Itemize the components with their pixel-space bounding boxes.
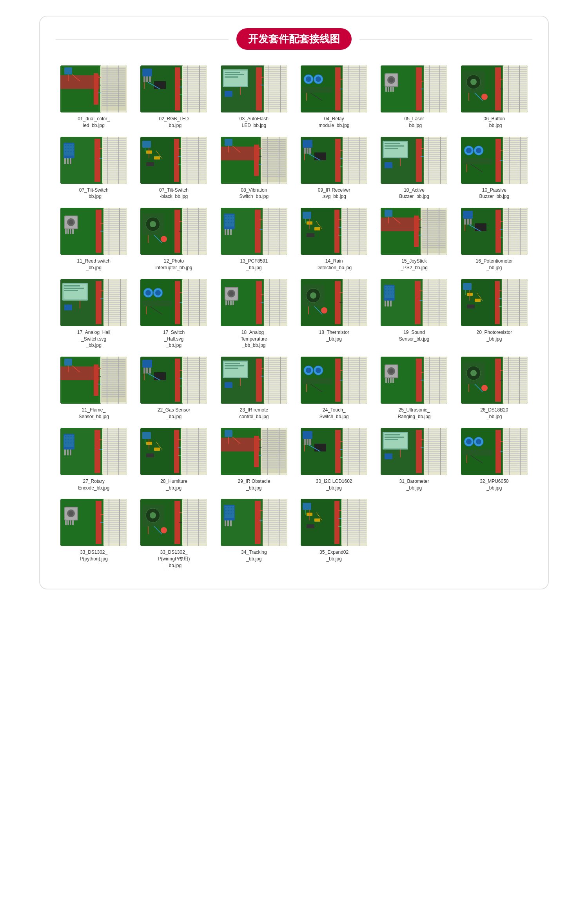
svg-rect-509 bbox=[187, 208, 188, 255]
svg-rect-656 bbox=[504, 241, 527, 241]
svg-rect-1184 bbox=[182, 467, 206, 468]
svg-rect-755 bbox=[265, 290, 287, 291]
circuit-image bbox=[60, 137, 127, 184]
items-grid: 01_dual_color_led_bb.jpg 02_RGB_LED_bb.j… bbox=[56, 65, 532, 569]
svg-rect-642 bbox=[504, 213, 527, 214]
circuit-image bbox=[301, 357, 367, 404]
item-label: 24_Touch_Switch_bb.jpg bbox=[319, 407, 349, 420]
svg-rect-1448 bbox=[263, 542, 287, 542]
svg-point-224 bbox=[68, 151, 69, 152]
svg-rect-1392 bbox=[183, 522, 206, 523]
svg-rect-1442 bbox=[263, 530, 287, 531]
svg-rect-334 bbox=[303, 140, 312, 148]
svg-rect-1027 bbox=[343, 390, 367, 390]
svg-rect-868 bbox=[503, 283, 527, 283]
svg-rect-1228 bbox=[303, 431, 312, 439]
svg-rect-717 bbox=[183, 288, 206, 289]
svg-rect-249 bbox=[103, 166, 126, 167]
svg-rect-190 bbox=[504, 69, 527, 70]
svg-rect-573 bbox=[342, 217, 367, 218]
svg-rect-1100 bbox=[504, 392, 527, 392]
svg-point-1411 bbox=[225, 507, 226, 508]
svg-rect-1276 bbox=[425, 435, 446, 436]
svg-rect-240 bbox=[103, 148, 126, 149]
svg-point-1124 bbox=[73, 442, 74, 443]
svg-rect-1289 bbox=[425, 461, 446, 462]
svg-rect-1277 bbox=[425, 437, 446, 438]
svg-rect-862 bbox=[467, 305, 475, 308]
svg-rect-808 bbox=[359, 279, 359, 326]
circuit-image bbox=[60, 428, 127, 475]
svg-rect-452 bbox=[104, 209, 126, 210]
svg-rect-694 bbox=[104, 314, 126, 315]
svg-rect-90 bbox=[265, 85, 287, 85]
circuit-image bbox=[461, 279, 528, 326]
svg-rect-1484 bbox=[342, 542, 367, 542]
svg-rect-1138 bbox=[103, 447, 126, 448]
svg-rect-1127 bbox=[70, 450, 71, 455]
svg-rect-282 bbox=[182, 160, 206, 161]
svg-rect-494 bbox=[183, 223, 206, 224]
svg-rect-697 bbox=[104, 320, 126, 321]
svg-rect-956 bbox=[183, 393, 206, 394]
svg-rect-1156 bbox=[174, 430, 179, 473]
svg-rect-588 bbox=[342, 247, 367, 247]
svg-rect-716 bbox=[183, 286, 206, 287]
svg-rect-307 bbox=[262, 139, 286, 140]
svg-rect-320 bbox=[262, 165, 286, 165]
svg-rect-1319 bbox=[504, 449, 527, 450]
svg-rect-1185 bbox=[182, 469, 206, 470]
svg-rect-1292 bbox=[425, 467, 446, 468]
svg-rect-876 bbox=[503, 298, 527, 299]
circuit-image bbox=[221, 357, 287, 404]
item-label: 19_SoundSensor_bb.jpg bbox=[399, 329, 429, 343]
svg-rect-878 bbox=[503, 302, 527, 303]
svg-point-482 bbox=[150, 221, 156, 227]
svg-rect-475 bbox=[119, 208, 120, 255]
circuit-image bbox=[60, 208, 127, 255]
circuit-image bbox=[461, 65, 528, 112]
svg-rect-769 bbox=[265, 318, 287, 319]
svg-point-821 bbox=[391, 287, 392, 288]
svg-rect-1227 bbox=[335, 430, 341, 473]
svg-rect-649 bbox=[504, 227, 527, 228]
svg-rect-549 bbox=[263, 241, 287, 241]
svg-rect-1170 bbox=[182, 439, 206, 440]
svg-rect-131 bbox=[343, 94, 367, 95]
svg-rect-624 bbox=[422, 247, 446, 248]
svg-rect-882 bbox=[503, 310, 527, 311]
svg-rect-1095 bbox=[504, 382, 527, 382]
svg-rect-684 bbox=[104, 294, 126, 295]
svg-rect-553 bbox=[263, 248, 287, 249]
item-label: 07_Tilt-Switch-black_bb.jpg bbox=[159, 187, 189, 200]
svg-rect-1061 bbox=[425, 384, 446, 384]
svg-rect-38 bbox=[146, 76, 148, 82]
svg-rect-1173 bbox=[182, 445, 206, 446]
svg-rect-312 bbox=[262, 149, 286, 150]
svg-rect-67 bbox=[199, 65, 200, 112]
svg-rect-250 bbox=[103, 168, 126, 169]
svg-rect-848 bbox=[423, 314, 446, 315]
list-item: 18_Thermistor_bb.jpg bbox=[296, 279, 372, 349]
svg-rect-75 bbox=[225, 72, 240, 73]
svg-rect-1177 bbox=[182, 453, 206, 454]
svg-rect-946 bbox=[183, 374, 206, 375]
svg-rect-1388 bbox=[183, 514, 206, 515]
svg-point-1376 bbox=[150, 512, 156, 518]
svg-point-228 bbox=[73, 145, 74, 146]
svg-rect-688 bbox=[104, 302, 126, 303]
svg-rect-473 bbox=[104, 250, 126, 251]
page-title: 开发套件配套接线图 bbox=[236, 28, 352, 50]
svg-rect-732 bbox=[183, 318, 206, 319]
svg-point-1116 bbox=[68, 436, 69, 437]
svg-rect-1135 bbox=[103, 441, 126, 442]
svg-rect-871 bbox=[503, 288, 527, 289]
svg-point-1006 bbox=[316, 368, 321, 373]
svg-rect-1446 bbox=[263, 538, 287, 538]
svg-rect-726 bbox=[183, 306, 206, 307]
svg-rect-981 bbox=[265, 370, 287, 371]
svg-rect-555 bbox=[268, 208, 269, 255]
svg-rect-1212 bbox=[262, 452, 286, 453]
svg-rect-45 bbox=[183, 69, 206, 70]
svg-rect-14 bbox=[102, 78, 125, 78]
